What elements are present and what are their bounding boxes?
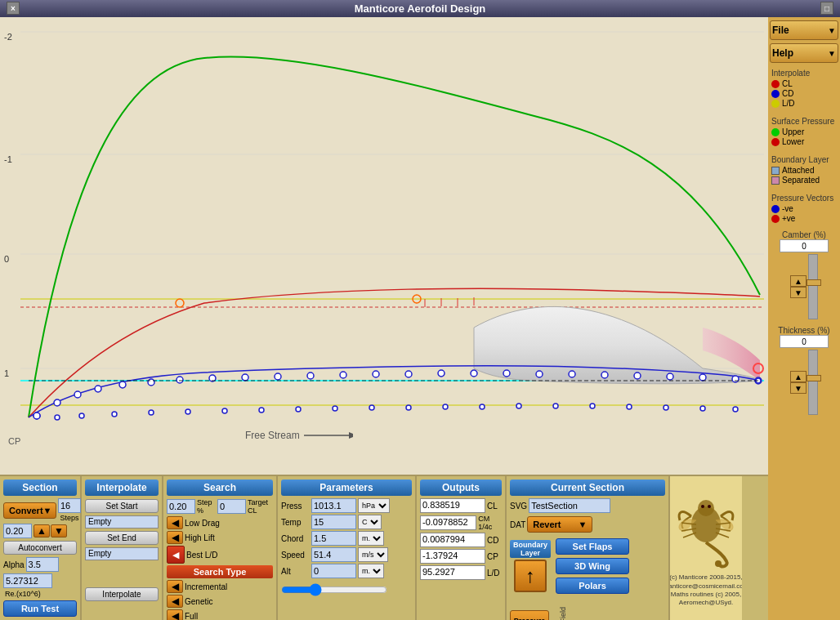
boundary-layer-legend: Boundary Layer Attached Separated xyxy=(770,154,838,187)
svg-point-37 xyxy=(79,413,84,418)
lower-legend-item: Lower xyxy=(771,137,837,146)
camber-slider-thumb[interactable] xyxy=(806,279,821,286)
run-test-button[interactable]: Run Test xyxy=(3,600,77,617)
boundary-layer-label: BoundaryLayer xyxy=(510,540,551,558)
incremental-arrow[interactable]: ◀ xyxy=(167,580,183,593)
press-unit-select[interactable]: hPa xyxy=(358,498,390,513)
separated-legend-item: Separated xyxy=(771,176,837,185)
autoconvert-button[interactable]: Autoconvert xyxy=(3,541,77,555)
chord-unit-select[interactable]: m. xyxy=(358,531,384,546)
maths-text: Maths routines (c) 2005, Aeromech@USyd. xyxy=(670,591,742,608)
upper-legend-item: Upper xyxy=(771,127,837,136)
pressure-vectors-legend: Pressure Vectors -ve +ve xyxy=(770,192,838,225)
step-pct-input[interactable] xyxy=(3,524,32,538)
close-button[interactable]: × xyxy=(7,2,20,15)
camber-control: Camber (%) 0 ▲ ▼ xyxy=(770,230,838,321)
boundary-layer-arrow-up[interactable]: ↑ xyxy=(514,560,547,592)
step-pct-label: Step % xyxy=(197,498,216,515)
svg-point-69 xyxy=(708,505,711,508)
temp-input[interactable] xyxy=(311,515,356,529)
svg-point-32 xyxy=(699,374,706,381)
cl-legend-item: CL xyxy=(771,79,837,88)
low-drag-label: Low Drag xyxy=(185,519,220,528)
polars-button[interactable]: Polars xyxy=(556,578,629,594)
set-flaps-button[interactable]: Set Flaps xyxy=(556,538,629,555)
cd-legend-item: CD xyxy=(771,89,837,98)
svg-point-66 xyxy=(698,500,714,516)
search-left-arrow[interactable]: ◀ xyxy=(167,516,183,529)
pos-ve-legend-item: +ve xyxy=(771,214,837,223)
high-lift-label: High Lift xyxy=(185,533,215,542)
email-text: manticore@cosmicemail.com xyxy=(670,582,742,591)
set-start-button[interactable]: Set Start xyxy=(85,499,159,513)
boundary-layer-title: Boundary Layer xyxy=(771,155,837,164)
svg-point-35 xyxy=(34,413,40,419)
steps-label: Steps xyxy=(58,514,81,522)
bottom-panel: Section Convert ▼ Steps ▲ ▼ xyxy=(0,475,768,620)
search-red-arrow[interactable]: ◀ xyxy=(167,546,185,564)
interpolate-button[interactable]: Interpolate xyxy=(85,587,159,601)
file-button[interactable]: File ▼ xyxy=(770,20,838,40)
dat-label: DAT xyxy=(510,520,525,529)
param-slider[interactable] xyxy=(281,583,387,596)
boundary-pressure-label: Boundary Pressure Field xyxy=(551,597,567,620)
alt-input[interactable] xyxy=(311,564,356,578)
thickness-slider-thumb[interactable] xyxy=(806,375,821,381)
camber-value: 0 xyxy=(780,239,829,252)
step-up-arrow[interactable]: ▲ xyxy=(34,524,50,537)
help-button[interactable]: Help ▼ xyxy=(770,43,838,63)
svg-point-45 xyxy=(369,405,374,410)
cm-output: -0.0978852 xyxy=(420,515,476,530)
revert-button[interactable]: Revert ▼ xyxy=(527,516,592,533)
svg-point-13 xyxy=(95,386,101,392)
alpha-input[interactable] xyxy=(26,557,59,572)
app-title: Manticore Aerofoil Design xyxy=(355,2,486,15)
search-step-input[interactable] xyxy=(167,499,195,514)
convert-button[interactable]: Convert ▼ xyxy=(3,502,56,519)
press-input[interactable] xyxy=(311,498,356,513)
speed-unit-select[interactable]: m/s xyxy=(358,547,388,562)
temp-unit-select[interactable]: C xyxy=(358,515,382,529)
svg-point-49 xyxy=(516,404,521,408)
cp-output: -1.37924 xyxy=(420,549,485,564)
section-panel: Section Convert ▼ Steps ▲ ▼ xyxy=(0,476,82,620)
target-cl-input[interactable] xyxy=(217,499,246,514)
outputs-panel: Outputs 0.838519 CL -0.0978852 CM 1/4c 0… xyxy=(417,476,507,620)
chord-input[interactable] xyxy=(311,531,356,546)
svg-point-67 xyxy=(715,560,722,567)
section-name-input[interactable] xyxy=(529,498,610,513)
camber-down-arrow[interactable]: ▼ xyxy=(790,287,806,298)
thickness-slider-track[interactable] xyxy=(808,350,818,415)
svg-point-47 xyxy=(443,404,448,409)
thickness-up-arrow[interactable]: ▲ xyxy=(790,371,806,382)
genetic-arrow[interactable]: ◀ xyxy=(167,595,183,608)
pressure-field-button[interactable]: Pressure Field xyxy=(510,610,549,620)
svg-label: SVG xyxy=(510,502,527,511)
search-right-arrow[interactable]: ◀ xyxy=(167,531,183,544)
best-ld-label: Best L/D xyxy=(186,551,217,560)
camber-label: Camber (%) xyxy=(782,230,826,239)
svg-point-44 xyxy=(333,406,337,411)
camber-slider-track[interactable] xyxy=(808,254,818,319)
step-down-arrow[interactable]: ▼ xyxy=(51,524,67,537)
svg-point-16 xyxy=(176,377,183,383)
speed-input[interactable] xyxy=(311,547,356,562)
maximize-button[interactable]: □ xyxy=(820,2,833,15)
svg-point-51 xyxy=(590,404,595,408)
alt-unit-select[interactable]: m. xyxy=(358,564,384,578)
svg-point-27 xyxy=(536,371,543,377)
set-end-button[interactable]: Set End xyxy=(85,531,159,545)
thickness-label: Thickness (%) xyxy=(778,326,829,335)
svg-point-20 xyxy=(307,372,314,379)
temp-label: Temp xyxy=(281,518,310,527)
re-input[interactable] xyxy=(3,573,52,588)
press-label: Press xyxy=(281,502,310,511)
svg-point-68 xyxy=(701,505,704,508)
steps-input[interactable] xyxy=(58,498,81,513)
current-section-header: Current Section xyxy=(510,479,665,496)
3d-wing-button[interactable]: 3D Wing xyxy=(556,558,629,574)
thickness-down-arrow[interactable]: ▼ xyxy=(790,382,806,394)
svg-point-58 xyxy=(176,299,184,307)
camber-up-arrow[interactable]: ▲ xyxy=(790,275,806,287)
full-arrow[interactable]: ◀ xyxy=(167,609,183,620)
